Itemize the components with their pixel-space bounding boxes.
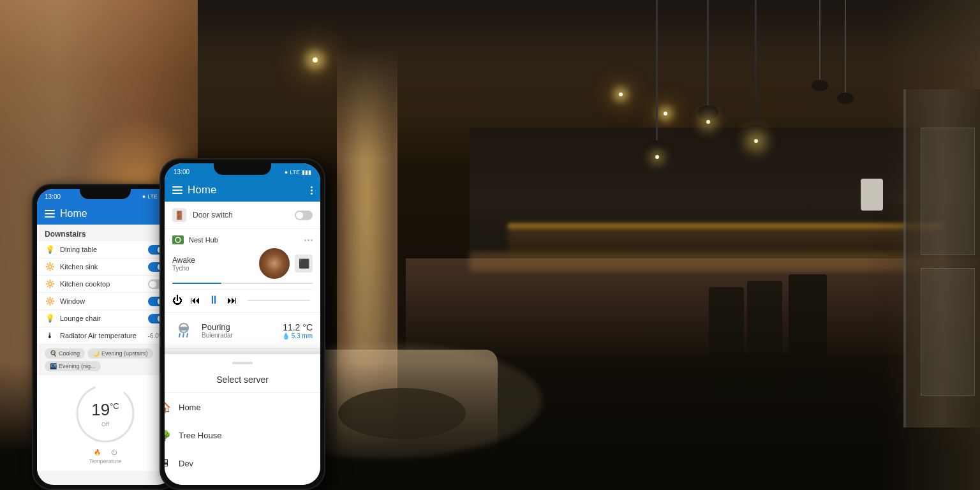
- server-treehouse-label: Tree House: [179, 431, 221, 440]
- svg-line-6: [187, 334, 188, 337]
- media-progress-bar: [172, 283, 313, 284]
- home-server-icon: 🏠: [165, 401, 171, 413]
- nest-hub-card: Nest Hub Awake Tycho ⬛: [165, 229, 320, 313]
- bulb-icon-dining: 💡: [45, 244, 55, 255]
- phone-front: 13:00 ● LTE ▮▮▮ Home 🚪 Doo: [160, 158, 325, 490]
- dev-server-icon: 🖥: [165, 457, 171, 470]
- light-item-kitchen-sink[interactable]: 🔆 Kitchen sink: [37, 258, 174, 276]
- phone-front-title: Home: [188, 184, 306, 197]
- media-track: Awake: [172, 256, 254, 265]
- scene-icon-night: 🌃: [50, 363, 57, 369]
- album-art: [259, 248, 290, 279]
- weather-icon: [172, 319, 195, 342]
- cast-icon[interactable]: ⬛: [295, 255, 313, 272]
- media-pause-btn[interactable]: ⏸: [208, 293, 219, 307]
- temp-value: 19°C: [91, 400, 119, 420]
- scene-icon-cooking: 🍳: [50, 350, 57, 357]
- temp-power-icon: ⏻: [111, 449, 117, 456]
- media-text: Awake Tycho: [172, 256, 254, 272]
- scene-icon-evening: 🌙: [93, 350, 100, 357]
- phone-back-app-bar: Home: [37, 203, 174, 225]
- server-home-label: Home: [179, 403, 201, 412]
- front-hamburger-icon[interactable]: [172, 186, 182, 194]
- media-device-name: Nest Hub: [189, 236, 304, 244]
- weather-sub: Buienradar: [202, 332, 282, 339]
- nest-icon: [172, 235, 184, 244]
- weather-info: Pouring Buienradar: [202, 322, 282, 339]
- thermometer-icon: 🌡: [45, 330, 55, 341]
- phone-front-notch: [214, 160, 271, 175]
- weather-rain: 💧 5.3 mm: [282, 332, 313, 339]
- kitchen-sink-label: Kitchen sink: [60, 263, 148, 271]
- phones-container: 13:00 ● LTE ▮▮ Home Downstairs: [32, 158, 325, 490]
- door-switch-label: Door switch: [193, 211, 295, 219]
- lounge-chair-label: Lounge chair: [60, 315, 148, 322]
- temp-inner: 19°C Off: [73, 382, 137, 445]
- phone-front-time: 13:00: [174, 168, 189, 175]
- select-server-dialog: Select server 🏠 Home 🌳 Tree House 🖥 Dev: [165, 354, 320, 485]
- light-item-kitchen-cooktop[interactable]: 🔆 Kitchen cooktop: [37, 276, 174, 293]
- door-switch-item[interactable]: 🚪 Door switch: [165, 202, 320, 229]
- front-more-options-icon[interactable]: [311, 186, 313, 195]
- weather-temp-value: 11.2 °C: [282, 322, 313, 332]
- media-controls: ⏻ ⏮ ⏸ ⏭: [172, 289, 313, 307]
- bulb-icon-cooktop: 🔆: [45, 279, 55, 289]
- temp-controls-row: 🔥 ⏻: [94, 449, 117, 456]
- svg-point-1: [175, 237, 181, 242]
- server-dev-label: Dev: [179, 459, 193, 468]
- scene-chip-cooking[interactable]: 🍳 Cooking: [45, 348, 85, 359]
- phone-back-notch: [80, 185, 131, 199]
- select-server-title: Select server: [165, 369, 320, 393]
- section-downstairs: Downstairs: [37, 225, 174, 241]
- door-switch-icon: 🚪: [172, 208, 186, 222]
- svg-line-4: [179, 334, 180, 337]
- bulb-icon-sink: 🔆: [45, 262, 55, 272]
- media-prev-btn[interactable]: ⏮: [190, 295, 200, 306]
- scene-chip-evening-night[interactable]: 🌃 Evening (nig...: [45, 361, 101, 371]
- phone-back-screen: 13:00 ● LTE ▮▮ Home Downstairs: [37, 189, 174, 485]
- light-item-dining-table[interactable]: 💡 Dining table: [37, 241, 174, 258]
- media-next-btn[interactable]: ⏭: [227, 295, 237, 306]
- thermostat-display: 19°C Off 🔥 ⏻ Temperature: [37, 375, 174, 471]
- volume-slider[interactable]: [248, 300, 310, 301]
- weather-condition: Pouring: [202, 322, 282, 332]
- door-switch-toggle[interactable]: [295, 211, 313, 220]
- media-power-btn[interactable]: ⏻: [172, 295, 182, 306]
- media-progress-fill: [172, 283, 221, 284]
- phone-front-screen: 13:00 ● LTE ▮▮▮ Home 🚪 Doo: [165, 163, 320, 485]
- radiator-label: Radiator Air temperature: [60, 332, 148, 339]
- temp-off-label: Off: [101, 421, 109, 427]
- phone-front-app-bar: Home: [165, 179, 320, 202]
- rain-icon-svg: [174, 320, 194, 341]
- svg-line-5: [183, 334, 184, 337]
- phone-back: 13:00 ● LTE ▮▮ Home Downstairs: [32, 184, 179, 490]
- treehouse-server-icon: 🌳: [165, 429, 171, 442]
- phone-back-lte: LTE: [147, 193, 158, 200]
- temp-label: Temperature: [89, 458, 122, 464]
- kitchen-cooktop-label: Kitchen cooktop: [60, 280, 148, 288]
- media-info: Awake Tycho ⬛: [172, 248, 313, 279]
- media-card-header: Nest Hub: [172, 235, 313, 244]
- svg-rect-3: [179, 327, 188, 330]
- light-item-radiator[interactable]: 🌡 Radiator Air temperature -6.0°C: [37, 327, 174, 345]
- light-item-window[interactable]: 🔆 Window: [37, 293, 174, 310]
- media-more-icon[interactable]: [304, 239, 313, 241]
- server-item-treehouse[interactable]: 🌳 Tree House: [165, 421, 320, 449]
- scene-chip-evening-up[interactable]: 🌙 Evening (upstairs): [87, 348, 153, 359]
- temp-ring: 19°C Off: [73, 382, 137, 445]
- weather-card: Pouring Buienradar 11.2 °C 💧 5.3 mm: [165, 313, 320, 349]
- temp-flame-icon: 🔥: [94, 449, 101, 456]
- hamburger-icon[interactable]: [45, 210, 55, 218]
- light-item-lounge[interactable]: 💡 Lounge chair: [37, 310, 174, 327]
- dialog-handle: [232, 362, 253, 364]
- window-label: Window: [60, 297, 148, 305]
- phone-back-time: 13:00: [45, 193, 61, 200]
- media-artist: Tycho: [172, 265, 254, 272]
- bulb-icon-lounge: 💡: [45, 313, 55, 323]
- phone-front-status-icons: ● LTE ▮▮▮: [285, 169, 311, 175]
- server-item-home[interactable]: 🏠 Home: [165, 393, 320, 421]
- phone-front-lte: LTE: [290, 169, 300, 175]
- server-item-dev[interactable]: 🖥 Dev: [165, 449, 320, 477]
- bulb-icon-window: 🔆: [45, 296, 55, 306]
- weather-temp: 11.2 °C 💧 5.3 mm: [282, 322, 313, 339]
